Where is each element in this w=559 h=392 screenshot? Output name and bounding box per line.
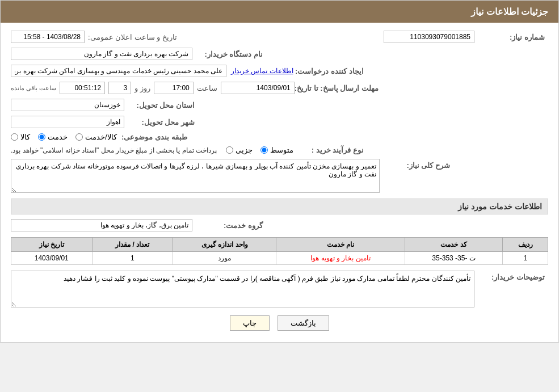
process-radio-motavasset-input[interactable] [260, 146, 268, 154]
city-row: شهر محل تحویل: [11, 116, 548, 128]
city-input[interactable] [11, 116, 124, 128]
process-radio-jozee-input[interactable] [226, 146, 233, 154]
deadline-label: مهلت ارسال پاسخ: تا تاریخ: [295, 84, 382, 92]
category-radio-kala-input[interactable] [11, 133, 18, 141]
need-number-row: شماره نیاز: تاریخ و ساعت اعلان عمومی: [11, 31, 548, 43]
page-title: جزئیات اطلاعات نیاز [471, 7, 548, 16]
creator-contact-link[interactable]: اطلاعات تماس خریدار [231, 67, 293, 75]
category-kala-khedmat-label: کالا/خدمت [85, 133, 117, 141]
process-row: نوع فرآیند خرید : متوسط جزیی پرداخت تمام… [11, 146, 548, 154]
category-khedmat-label: خدمت [48, 133, 68, 141]
need-number-input[interactable] [384, 31, 474, 43]
back-button[interactable]: بازگشت [278, 315, 329, 331]
pub-date-input[interactable] [11, 31, 85, 43]
cell-name: تامین بخار و تهویه هوا [276, 252, 405, 265]
buyer-notes-label: توضیحات خریدار: [474, 271, 548, 281]
process-note: پرداخت تمام یا بخشی از مبلغ خریدار محل "… [11, 146, 217, 154]
time-label: ساعت [197, 84, 217, 92]
category-label: طبقه بندی موضوعی: [117, 133, 191, 141]
service-group-label: گروه خدمت: [192, 221, 266, 230]
remaining-input[interactable] [60, 82, 105, 94]
th-unit: واحد اندازه گیری [173, 238, 276, 252]
services-section-title: اطلاعات خدمات مورد نیاز [11, 199, 548, 214]
service-group-input[interactable] [11, 219, 192, 231]
category-radio-kala[interactable]: کالا [11, 133, 30, 141]
province-label: استان محل تحویل: [124, 101, 198, 109]
services-table: ردیف کد خدمت نام خدمت واحد اندازه گیری ت… [11, 237, 548, 265]
page-header: جزئیات اطلاعات نیاز [1, 1, 558, 23]
process-radio-motavasset[interactable]: متوسط [260, 146, 293, 154]
category-radio-kala-khedmat-input[interactable] [75, 133, 83, 141]
process-label: نوع فرآیند خرید : [293, 146, 367, 154]
category-radio-khedmat-input[interactable] [38, 133, 45, 141]
th-quantity: تعداد / مقدار [92, 238, 173, 252]
button-row: بازگشت چاپ [11, 315, 548, 331]
service-group-row: گروه خدمت: [11, 219, 548, 231]
pub-date-label: تاریخ و ساعت اعلان عمومی: [88, 33, 177, 41]
services-table-section: ردیف کد خدمت نام خدمت واحد اندازه گیری ت… [11, 237, 548, 265]
cell-code: ت -35- 353-35 [405, 252, 503, 265]
deadline-row: مهلت ارسال پاسخ: تا تاریخ: ساعت روز و سا… [11, 82, 548, 94]
city-label: شهر محل تحویل: [124, 118, 198, 127]
description-textarea[interactable] [11, 159, 380, 193]
category-radio-group: کالا/خدمت خدمت کالا [11, 133, 117, 141]
client-name-label: نام دستگاه خریدار: [192, 50, 266, 58]
buyer-notes-textarea[interactable] [11, 271, 474, 307]
days-label: روز و [135, 84, 150, 92]
page-container: جزئیات اطلاعات نیاز شماره نیاز: تاریخ و … [0, 0, 559, 343]
remaining-label: ساعت باقی مانده [11, 85, 56, 92]
process-motavasset-label: متوسط [270, 146, 293, 154]
need-number-label: شماره نیاز: [474, 33, 548, 41]
category-kala-label: کالا [20, 133, 30, 141]
cell-row: 1 [503, 252, 548, 265]
deadline-inputs: ساعت روز و ساعت باقی مانده [11, 82, 295, 94]
print-button[interactable]: چاپ [230, 315, 270, 331]
province-row: استان محل تحویل: [11, 99, 548, 111]
category-radio-khedmat[interactable]: خدمت [38, 133, 68, 141]
th-code: کد خدمت [405, 238, 503, 252]
deadline-time-input[interactable] [154, 82, 194, 94]
creator-label: ایجاد کننده درخواست: [293, 67, 367, 75]
cell-date: 1403/09/01 [11, 252, 93, 265]
client-name-input[interactable] [11, 48, 192, 60]
deadline-date-input[interactable] [221, 82, 295, 94]
creator-row: ایجاد کننده درخواست: اطلاعات تماس خریدار [11, 65, 548, 77]
province-input[interactable] [11, 99, 124, 111]
description-label: شرح کلی نیاز: [380, 159, 453, 170]
process-radio-group: متوسط جزیی [226, 146, 293, 154]
days-input[interactable] [108, 82, 131, 94]
process-jozee-label: جزیی [236, 146, 253, 154]
th-row: ردیف [503, 238, 548, 252]
process-radio-jozee[interactable]: جزیی [226, 146, 253, 154]
cell-quantity: 1 [92, 252, 173, 265]
table-header-row: ردیف کد خدمت نام خدمت واحد اندازه گیری ت… [11, 238, 548, 252]
client-name-row: نام دستگاه خریدار: [11, 48, 548, 60]
th-date: تاریخ نیاز [11, 238, 93, 252]
category-radio-kala-khedmat[interactable]: کالا/خدمت [75, 133, 117, 141]
buyer-notes-row: توضیحات خریدار: [11, 271, 548, 307]
th-name: نام خدمت [276, 238, 405, 252]
description-row: شرح کلی نیاز: [11, 159, 548, 193]
creator-input[interactable] [11, 65, 226, 77]
category-row: طبقه بندی موضوعی: کالا/خدمت خدمت کالا [11, 133, 548, 141]
cell-unit: مورد [173, 252, 276, 265]
table-row: 1 ت -35- 353-35 تامین بخار و تهویه هوا م… [11, 252, 548, 265]
content-area: شماره نیاز: تاریخ و ساعت اعلان عمومی: نا… [1, 23, 558, 342]
